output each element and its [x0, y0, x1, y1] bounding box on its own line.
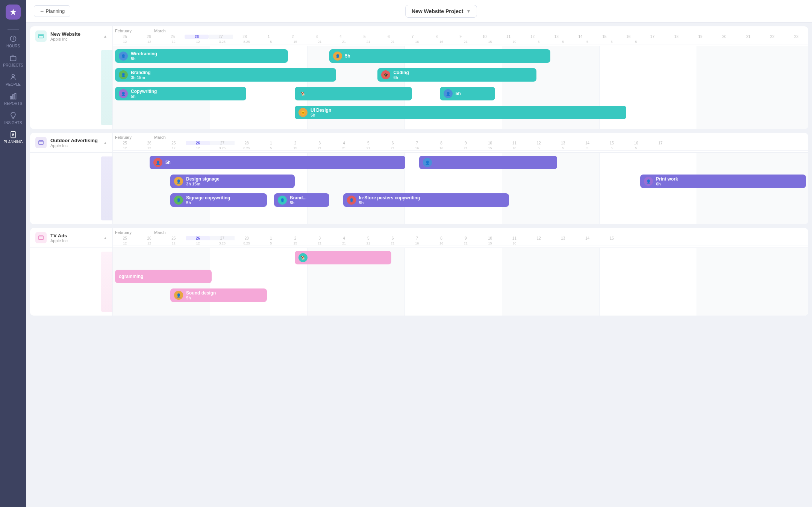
- task-bar-outdoor-2[interactable]: 👤: [419, 156, 557, 169]
- task-avatar: 🎓: [381, 70, 390, 79]
- svg-rect-4: [12, 95, 14, 99]
- collapse-new-website[interactable]: ▲: [103, 34, 107, 38]
- month-mar: March: [154, 29, 166, 33]
- task-branding[interactable]: 👤 Branding 3h 15m: [115, 68, 336, 82]
- month-feb-outdoor: February: [115, 135, 132, 140]
- calendar-container[interactable]: New Website Apple Inc ▲ February March 2…: [26, 23, 812, 507]
- svg-rect-9: [39, 236, 43, 240]
- task-avatar: 👤: [174, 291, 183, 300]
- task-tvads-bar1[interactable]: 🐕: [295, 251, 391, 264]
- task-avatar: 👤: [644, 177, 653, 186]
- main-content: ← Planning New Website Project ▼ New Web…: [26, 0, 812, 507]
- task-avatar: 🐕: [298, 89, 308, 98]
- task-copywriting[interactable]: 👤 Copywriting 5h: [115, 87, 246, 100]
- task-avatar: 👤: [119, 89, 128, 98]
- task-avatar: 👤: [278, 196, 287, 205]
- task-avatar: 👤: [444, 89, 453, 98]
- task-bar-5h-1[interactable]: 👤 5h: [329, 49, 550, 63]
- task-instore-posters[interactable]: 👤 In-Store posters copywriting 5h: [343, 193, 509, 207]
- task-sound-design[interactable]: 👤 Sound design 5h: [170, 288, 267, 302]
- task-avatar: 👤: [153, 158, 162, 167]
- app-logo[interactable]: [6, 5, 21, 20]
- task-avatar: 👤: [423, 158, 432, 167]
- project-icon-outdoor: [35, 137, 47, 148]
- task-signage-copy[interactable]: 👤 Signage copywriting 5h: [170, 193, 267, 207]
- project-block-outdoor: Outdoor Advertising Apple Inc ▲ February…: [30, 133, 808, 224]
- task-bar-outdoor-1[interactable]: 👤 5h: [150, 156, 405, 169]
- task-wireframing[interactable]: 👤 Wireframing 5h: [115, 49, 288, 63]
- month-feb-tvads: February: [115, 230, 132, 235]
- collapse-outdoor[interactable]: ▲: [103, 141, 107, 145]
- task-avatar: 🌞: [298, 108, 308, 117]
- svg-rect-7: [39, 34, 43, 38]
- task-ui-design[interactable]: 🌞 UI Design 5h: [295, 106, 626, 119]
- project-block-tvads: TV Ads Apple Inc ▲ February March 25 26 …: [30, 228, 808, 316]
- project-icon-new-website: [35, 30, 47, 42]
- sidebar-item-projects[interactable]: PROJECTS: [0, 51, 26, 70]
- task-avatar: 👤: [174, 177, 183, 186]
- task-avatar: 🐕: [298, 253, 308, 262]
- task-print-work[interactable]: 👤 Print work 6h: [640, 175, 806, 188]
- task-programming[interactable]: ogramming: [115, 270, 212, 283]
- svg-rect-1: [11, 56, 16, 61]
- project-name: New Website Project: [412, 8, 463, 14]
- sidebar-item-planning[interactable]: PLANNING: [0, 128, 26, 147]
- task-coding[interactable]: 🎓 Coding 6h: [377, 68, 536, 82]
- sidebar-divider: [8, 29, 19, 30]
- task-bar-right[interactable]: 👤 5h: [440, 87, 495, 100]
- sidebar: HOURS PROJECTS PEOPLE REPORTS INSIGHTS P…: [0, 0, 26, 507]
- month-feb: February: [115, 29, 132, 33]
- sidebar-item-hours[interactable]: HOURS: [0, 32, 26, 51]
- project-block-new-website: New Website Apple Inc ▲ February March 2…: [30, 26, 808, 129]
- task-avatar: 👤: [347, 196, 356, 205]
- month-mar-outdoor: March: [154, 135, 166, 140]
- svg-rect-3: [11, 96, 12, 99]
- month-mar-tvads: March: [154, 230, 166, 235]
- project-title-new-website: New Website Apple Inc: [50, 31, 80, 41]
- header: ← Planning New Website Project ▼: [26, 0, 812, 23]
- project-icon-tvads: [35, 232, 47, 243]
- task-bar-middle[interactable]: 🐕: [295, 87, 412, 100]
- task-avatar: 👤: [333, 52, 342, 61]
- sidebar-item-insights[interactable]: INSIGHTS: [0, 109, 26, 128]
- task-brand[interactable]: 👤 Brand... 5h: [274, 193, 329, 207]
- chevron-down-icon: ▼: [466, 9, 471, 14]
- collapse-tvads[interactable]: ▲: [103, 236, 107, 240]
- project-title-tvads: TV Ads Apple Inc: [50, 233, 68, 243]
- project-selector[interactable]: New Website Project ▼: [405, 5, 477, 18]
- back-button[interactable]: ← Planning: [34, 5, 70, 17]
- svg-rect-5: [15, 94, 16, 99]
- svg-rect-8: [39, 141, 43, 144]
- sidebar-item-reports[interactable]: REPORTS: [0, 90, 26, 109]
- sidebar-item-people[interactable]: PEOPLE: [0, 70, 26, 90]
- project-title-outdoor: Outdoor Advertising Apple Inc: [50, 138, 98, 148]
- task-avatar: 👤: [119, 70, 128, 79]
- task-avatar: 👤: [119, 52, 128, 61]
- task-avatar: 👤: [174, 196, 183, 205]
- svg-point-2: [12, 74, 15, 77]
- task-design-signage[interactable]: 👤 Design signage 3h 15m: [170, 175, 295, 188]
